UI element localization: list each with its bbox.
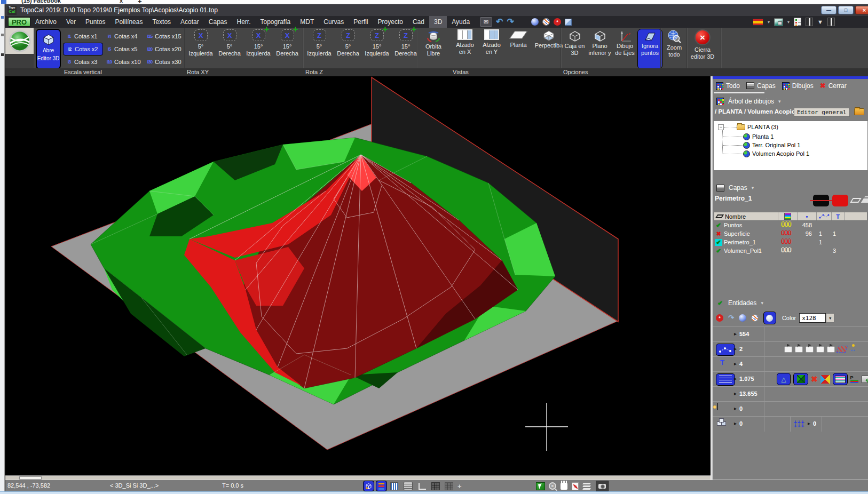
render-sphere-icon[interactable]: [531, 18, 539, 26]
expand-icon[interactable]: ▸: [734, 346, 737, 352]
hidden-cross-icon[interactable]: ✖: [715, 230, 722, 237]
expand-icon[interactable]: ▸: [808, 420, 810, 426]
menu-capas[interactable]: Capas: [204, 16, 232, 28]
target-sphere-icon[interactable]: *: [554, 18, 561, 26]
cube-view-icon[interactable]: [565, 19, 572, 26]
cotas-x10-button[interactable]: I10Cotas x10: [103, 55, 144, 68]
cotas-x3-button[interactable]: I3Cotas x3: [63, 55, 103, 68]
profile-icon[interactable]: TP: [850, 375, 859, 384]
column-nombre[interactable]: Nombre: [714, 212, 778, 220]
tab-capas[interactable]: Capas: [744, 82, 780, 90]
minimize-button[interactable]: —: [821, 6, 837, 14]
expand-icon[interactable]: ▸: [734, 376, 737, 381]
tree-collapse-icon[interactable]: −: [718, 124, 724, 130]
zoom-disabled-icon[interactable]: ×: [549, 482, 556, 490]
language-dropdown-icon[interactable]: ▾: [768, 20, 770, 25]
layer-row-superficie[interactable]: ✖ Superficie ÛÛÛ 96 1 1: [714, 230, 867, 238]
language-flag-icon[interactable]: [753, 19, 763, 26]
layer-color-black-swatch[interactable]: [813, 195, 829, 206]
rota-xy-15-derecha-button[interactable]: X+ 15°Derecha: [273, 29, 302, 57]
canvas-hscrollbar[interactable]: [5, 475, 711, 480]
menu-puntos[interactable]: Puntos: [81, 16, 110, 28]
triangle-view-button[interactable]: △: [777, 373, 791, 385]
entity-row-polylines[interactable]: ▸ 2 ↔: [713, 341, 868, 356]
cotas-x30-button[interactable]: I30Cotas x30: [144, 55, 184, 68]
planta-button[interactable]: Planta: [505, 29, 532, 55]
cotas-x20-button[interactable]: I20Cotas x20: [144, 43, 184, 55]
expand-icon[interactable]: ▸: [734, 420, 737, 426]
hatch-polygon-icon[interactable]: [837, 346, 848, 353]
column-polilineas[interactable]: [817, 212, 832, 220]
grid-snap-icon[interactable]: [431, 482, 440, 490]
layer-row-volumen[interactable]: ✔ Volumen_Pol1 ÛÛÛ 3: [714, 247, 867, 256]
tree-node-planta[interactable]: − PLANTA (3): [718, 123, 778, 131]
textured-sphere-icon[interactable]: [751, 314, 759, 322]
list-options-icon[interactable]: [794, 18, 801, 26]
menu-archivo[interactable]: Archivo: [30, 16, 61, 28]
plano-inferior-button[interactable]: Planoinferior y: [587, 29, 612, 69]
layer-parallelogram-icon[interactable]: [850, 198, 862, 203]
solid-mesh-button[interactable]: [793, 373, 808, 385]
menu-3d[interactable]: 3D: [429, 16, 447, 28]
dot-grid-icon[interactable]: [445, 482, 453, 490]
entity-row-texts[interactable]: T ▸ 4: [713, 356, 868, 371]
menu-polilineas[interactable]: Polilíneas: [110, 16, 147, 28]
section-stripes-icon[interactable]: [390, 482, 398, 490]
browser-new-tab[interactable]: +: [138, 0, 142, 4]
visible-check-icon[interactable]: ✔: [715, 248, 722, 254]
close-button[interactable]: ×: [855, 6, 868, 14]
rota-z-5-derecha-button[interactable]: Z 5°Derecha: [334, 29, 362, 57]
abre-editor-3d-button[interactable]: Abre Editor 3D: [36, 29, 61, 69]
visible-check-icon[interactable]: ✔: [715, 222, 722, 229]
rota-xy-15-izquierda-button[interactable]: X+ 15°Izquierda: [244, 29, 273, 57]
rota-z-15-izquierda-button[interactable]: Z+ 15°Izquierda: [362, 29, 391, 57]
arbol-dropdown-icon[interactable]: ▾: [778, 99, 781, 104]
menu-ayuda[interactable]: Ayuda: [447, 16, 475, 28]
sync-icon[interactable]: ↷: [728, 314, 734, 322]
expand-icon[interactable]: ▸: [734, 331, 737, 337]
capas-header[interactable]: Capas ▾: [713, 182, 754, 194]
layer-row-puntos[interactable]: ✔ Puntos ÛÛÛ 458: [714, 221, 867, 230]
menu-herr[interactable]: Herr.: [232, 16, 255, 28]
layer-color-red-swatch[interactable]: [832, 195, 848, 206]
menu-textos[interactable]: Textos: [147, 16, 176, 28]
terrain-dropdown-icon[interactable]: ▾: [787, 20, 790, 25]
page-flag-icon[interactable]: [827, 346, 835, 353]
visible-check-selected-icon[interactable]: ✔: [715, 239, 722, 246]
page-flag-icon[interactable]: [806, 346, 814, 353]
data-table-icon[interactable]: [404, 482, 413, 490]
expand-icon[interactable]: ▸: [734, 361, 737, 366]
shaded-sphere-icon[interactable]: [739, 314, 746, 322]
menu-perfil[interactable]: Perfil: [349, 16, 373, 28]
orbita-libre-button[interactable]: Orbita Libre: [419, 29, 448, 57]
zoom-todo-button[interactable]: Zoom todo: [662, 29, 686, 58]
menu-mdt[interactable]: MDT: [295, 16, 319, 28]
column-textos[interactable]: T: [832, 212, 845, 220]
cotas-x15-button[interactable]: I15Cotas x15: [144, 30, 184, 43]
cierra-editor-3d-button[interactable]: × Cierra editor 3D: [689, 29, 716, 60]
pdf-export-icon[interactable]: [572, 482, 579, 490]
open-folder-icon[interactable]: [854, 108, 864, 115]
redo-icon[interactable]: ↷: [507, 18, 514, 26]
alzado-en-y-button[interactable]: Alzadoen Y: [478, 29, 505, 55]
caja-en-3d-button[interactable]: Caja en3D: [562, 29, 587, 69]
entity-row-images[interactable]: ▸ 0: [713, 401, 868, 416]
color-faces-icon[interactable]: [820, 375, 830, 384]
menu-acotar[interactable]: Acotar: [176, 16, 204, 28]
reverse-polyline-icon[interactable]: ↔: [849, 345, 856, 353]
mail-icon[interactable]: ✉: [480, 17, 492, 27]
page-flag-icon[interactable]: [816, 346, 824, 353]
dibujo-de-ejes-button[interactable]: z Dibujode Ejes: [612, 29, 637, 69]
terrain-settings-icon[interactable]: [774, 18, 783, 26]
pan-hand-icon[interactable]: [561, 482, 567, 490]
layer-row-perimetro[interactable]: ✔ Perimetro_1 ÛÛÛ 1: [714, 238, 867, 247]
tree-node-terr-original[interactable]: Terr. Original Pol 1: [723, 141, 800, 149]
layers-stack-icon[interactable]: [864, 196, 868, 198]
export-surface-icon[interactable]: [862, 376, 868, 383]
screenshot-camera-button[interactable]: [596, 481, 609, 491]
entity-row-points[interactable]: ▸ 554: [713, 326, 868, 341]
expand-icon[interactable]: ▸: [734, 405, 737, 411]
entity-row-solids[interactable]: ▸ 0 ++++++ ▸ 0: [713, 416, 868, 431]
page-flag-icon[interactable]: [784, 346, 792, 353]
delete-surface-icon[interactable]: ✖: [811, 375, 818, 383]
